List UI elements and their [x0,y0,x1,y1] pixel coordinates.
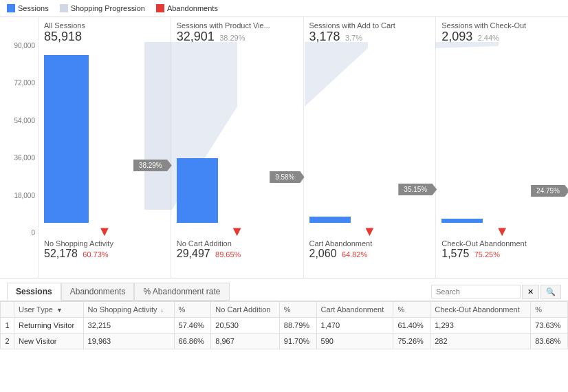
col4-bar-blue [441,219,483,223]
col-product-view: Sessions with Product Vie... 32,901 38.2… [171,17,303,278]
legend-abandonments: Abandonments [156,4,218,12]
th-no-shopping[interactable]: No Shopping Activity ↓ [83,302,174,318]
search-submit-btn[interactable]: 🔍 [540,285,561,299]
col3-title: Sessions with Add to Cart [309,21,430,30]
legend-shopping: Shopping Progression [60,4,145,12]
legend-abandon-label: Abandonments [167,4,218,12]
col3-badge: 35.15% [398,184,437,195]
th-cart-abandon: Cart Abandonment [316,302,393,318]
col1-value-row: 85,918 [44,30,165,44]
col3-value: 3,178 [309,30,340,43]
col3-value-row: 3,178 3.7% [309,30,430,44]
row2-user-type: New Visitor [14,334,84,349]
col1-bottom-pct: 60.73% [83,250,108,259]
tab-abandonment-rate[interactable]: % Abandonment rate [134,283,229,301]
th-no-cart-pct: % [279,302,316,318]
col4-badge: 24.75% [531,185,568,197]
col1-header: All Sessions 85,918 [39,17,171,52]
row1-no-cart: 20,530 [211,318,280,334]
col4-bottom-value: 1,575 [441,248,469,259]
th-checkout-abandon: Check-Out Abandonment [430,302,531,318]
col2-title: Sessions with Product Vie... [177,21,298,30]
col4-bottom-title: Check-Out Abandonment [441,239,565,248]
abandon-color [156,4,164,12]
th-no-shopping-pct: % [174,302,211,318]
col1-title: All Sessions [44,21,165,30]
row1-cart-abandon: 1,470 [316,318,393,334]
sort-icon-user-type: ▼ [56,307,63,314]
col2-bar-blue [177,158,218,223]
col1-bottom-value-row: 52,178 60.73% [44,248,168,260]
col3-bottom-value-row: 2,060 64.82% [309,248,433,260]
col-all-sessions: All Sessions 85,918 38.29% ▼ No Shopping… [38,17,171,278]
col4-header: Sessions with Check-Out 2,093 2.44% [436,17,568,52]
y-label-36k: 36,000 [3,154,35,162]
col3-header: Sessions with Add to Cart 3,178 3.7% [304,17,436,52]
data-table: User Type ▼ No Shopping Activity ↓ % No … [0,301,568,349]
y-label-18k: 18,000 [3,192,35,199]
row2-checkout-abandon: 282 [430,334,531,349]
y-label-54k: 54,000 [3,117,35,124]
y-label-0: 0 [3,229,35,237]
col4-value-row: 2,093 2.44% [441,30,562,44]
row2-no-cart-pct: 91.70% [279,334,316,349]
row2-no-shopping: 19,963 [83,334,174,349]
col-add-to-cart: Sessions with Add to Cart 3,178 3.7% 35.… [303,17,436,278]
col2-bottom-title: No Cart Addition [177,239,301,248]
col2-down-arrow: ▼ [171,224,303,239]
col4-title: Sessions with Check-Out [441,21,562,30]
tab-abandonments[interactable]: Abandonments [61,283,135,301]
col4-down-arrow: ▼ [436,224,568,239]
col3-bottom: Cart Abandonment 2,060 64.82% [309,239,433,278]
col1-down-arrow: ▼ [39,224,171,239]
y-label-72k: 72,000 [3,79,35,87]
col3-bottom-value: 2,060 [309,248,337,259]
col1-bottom-title: No Shopping Activity [44,239,168,248]
col2-bottom-value: 29,497 [177,248,210,259]
sort-icon-no-shopping: ↓ [161,307,164,314]
col3-pct: 3.7% [345,34,362,42]
row1-no-shopping-pct: 57.46% [174,318,211,334]
col4-bottom-value-row: 1,575 75.25% [441,248,565,260]
col1-bottom-value: 52,178 [44,248,78,259]
y-axis: 90,000 72,000 54,000 36,000 18,000 0 [0,17,38,278]
tab-group: Sessions Abandonments % Abandonment rate [7,283,230,301]
th-checkout-pct: % [531,302,568,318]
col2-bottom-value-row: 29,497 89.65% [177,248,301,260]
col4-bottom-pct: 75.25% [474,250,500,259]
legend-sessions-label: Sessions [18,4,49,12]
th-cart-pct: % [393,302,430,318]
legend-sessions: Sessions [7,4,49,12]
col1-value: 85,918 [44,30,82,43]
funnel-chart: 90,000 72,000 54,000 36,000 18,000 0 All… [0,17,568,279]
row1-checkout-abandon: 1,293 [430,318,531,334]
col1-bar-area [44,55,89,223]
col3-bottom-pct: 64.82% [342,250,367,259]
row1-no-cart-pct: 88.79% [279,318,316,334]
chart-legend: Sessions Shopping Progression Abandonmen… [0,0,568,17]
search-group: ✕ 🔍 [431,285,561,299]
col3-bar-blue [309,217,351,223]
shopping-color [60,4,68,12]
col1-bar-blue [44,55,89,223]
row2-no-shopping-pct: 66.86% [174,334,211,349]
col1-badge: 38.29% [133,160,172,171]
data-table-section: User Type ▼ No Shopping Activity ↓ % No … [0,301,568,349]
th-user-type[interactable]: User Type ▼ [14,302,84,318]
col3-down-arrow: ▼ [304,224,436,239]
table-row: 1 Returning Visitor 32,215 57.46% 20,530… [1,318,568,334]
tabs-row: Sessions Abandonments % Abandonment rate… [0,279,568,301]
row2-no-cart: 8,967 [211,334,280,349]
th-num [1,302,14,318]
search-clear-btn[interactable]: ✕ [522,285,539,299]
search-input[interactable] [431,285,521,298]
table-row: 2 New Visitor 19,963 66.86% 8,967 91.70%… [1,334,568,349]
row1-cart-pct: 61.40% [393,318,430,334]
col-checkout: Sessions with Check-Out 2,093 2.44% 24.7… [435,17,568,278]
col1-bottom: No Shopping Activity 52,178 60.73% [44,239,168,278]
row1-user-type: Returning Visitor [14,318,84,334]
row2-cart-pct: 75.26% [393,334,430,349]
col2-pct: 38.29% [219,34,245,42]
funnel-columns: All Sessions 85,918 38.29% ▼ No Shopping… [38,17,568,278]
tab-sessions[interactable]: Sessions [7,283,61,301]
